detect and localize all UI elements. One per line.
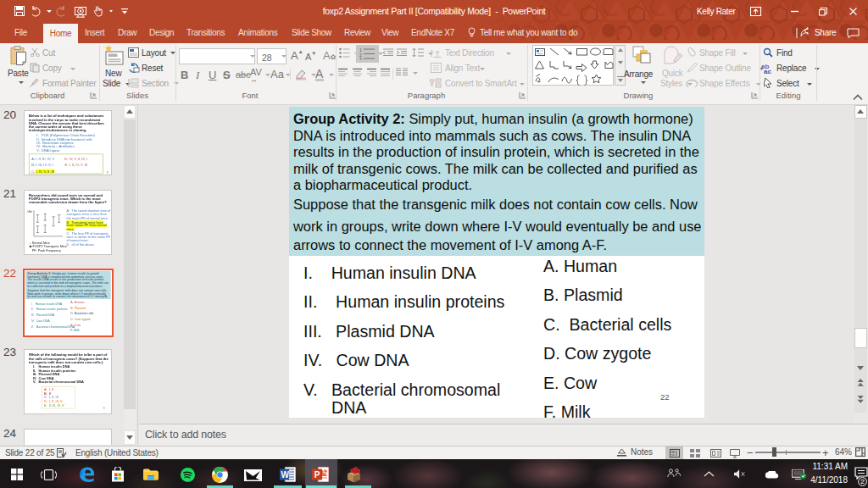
svg-text:P: P — [314, 470, 320, 480]
svg-text:3: 3 — [359, 57, 362, 61]
svg-text:kHz: kHz — [27, 210, 32, 214]
svg-text:ac: ac — [764, 68, 771, 74]
svg-text:W: W — [281, 470, 290, 480]
